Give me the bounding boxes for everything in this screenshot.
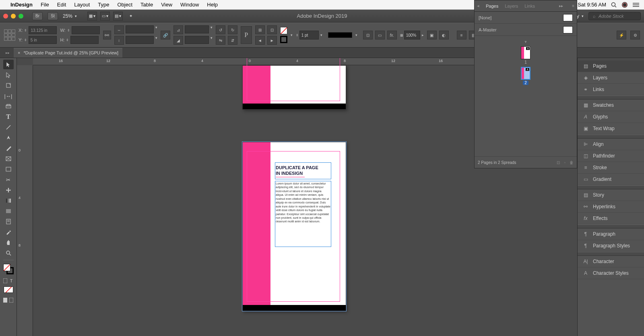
- master-a[interactable]: A-Master: [475, 24, 577, 36]
- siri-icon[interactable]: [621, 2, 628, 8]
- scale-x-input[interactable]: [126, 25, 154, 33]
- h-input[interactable]: [70, 36, 99, 44]
- fx-icon[interactable]: fx.: [387, 31, 397, 39]
- shear-input[interactable]: [185, 36, 209, 44]
- maximize-window[interactable]: [19, 14, 23, 19]
- menu-file[interactable]: File: [41, 2, 49, 8]
- wrap-none-icon[interactable]: ≡: [457, 31, 466, 39]
- normal-view-icon[interactable]: [3, 295, 8, 305]
- gpu-icon[interactable]: ✦: [126, 12, 136, 21]
- content-collector-tool[interactable]: [3, 102, 14, 111]
- panel-collapse-icon[interactable]: ◂: [477, 3, 479, 8]
- dock-textwrap[interactable]: ▣Text Wrap: [578, 123, 644, 135]
- stroke-weight-input[interactable]: [299, 31, 319, 39]
- menu-object[interactable]: Object: [118, 2, 133, 8]
- settings-icon[interactable]: ⚙: [630, 31, 640, 39]
- x-input[interactable]: [29, 26, 57, 34]
- dock-character[interactable]: A|Character: [578, 256, 644, 268]
- page-1[interactable]: [242, 65, 346, 110]
- gap-tool[interactable]: |↔|: [3, 91, 14, 101]
- spotlight-icon[interactable]: [611, 2, 617, 8]
- menu-help[interactable]: Help: [207, 2, 218, 8]
- p-icon[interactable]: P: [241, 26, 252, 44]
- drop-shadow-icon[interactable]: ▣: [427, 31, 437, 39]
- menu-extras-icon[interactable]: [633, 2, 639, 7]
- scale-y-input[interactable]: [126, 36, 154, 44]
- minimize-window[interactable]: [11, 14, 16, 19]
- select-container-icon[interactable]: ⊞: [255, 25, 265, 34]
- rectangle-frame-tool[interactable]: [3, 154, 14, 164]
- stroke-style[interactable]: [328, 32, 352, 38]
- view-options-icon[interactable]: ▦ ▾: [87, 12, 97, 21]
- document-tab[interactable]: × *Duplicate Page Tut.indd @ 25% [GPU Pr…: [14, 48, 122, 58]
- line-tool[interactable]: [3, 122, 14, 132]
- selection-tool[interactable]: [3, 60, 14, 69]
- y-input[interactable]: [29, 36, 57, 44]
- menu-type[interactable]: Type: [98, 2, 109, 8]
- note-tool[interactable]: [3, 217, 14, 226]
- menu-edit[interactable]: Edit: [57, 2, 66, 8]
- type-tool[interactable]: T: [3, 112, 14, 122]
- dock-paragraph-styles[interactable]: ¶Paragraph Styles: [578, 240, 644, 252]
- bridge-button[interactable]: Br: [32, 12, 43, 20]
- stroke-swatch[interactable]: [280, 36, 287, 43]
- page-thumb-1[interactable]: A 1: [521, 46, 530, 64]
- select-content-icon[interactable]: ⊡: [267, 25, 277, 34]
- adobe-stock-search[interactable]: ⌕ Adobe Stock: [588, 12, 641, 20]
- quick-apply-icon[interactable]: ⚡: [617, 31, 626, 39]
- arrange-documents-icon[interactable]: ▤ ▾: [113, 12, 123, 21]
- menu-app[interactable]: InDesign: [10, 2, 33, 8]
- eyedropper-tool[interactable]: [3, 227, 14, 237]
- reference-point[interactable]: [4, 29, 15, 41]
- shear-icon[interactable]: ◢: [173, 36, 183, 45]
- close-tab-icon[interactable]: ×: [18, 50, 20, 55]
- master-none[interactable]: [None]: [475, 12, 577, 24]
- free-transform-tool[interactable]: [3, 185, 14, 195]
- rotate-icon[interactable]: ⊿: [173, 25, 183, 34]
- pen-tool[interactable]: [3, 133, 14, 143]
- opacity-icon[interactable]: ◐: [439, 31, 449, 39]
- dock-story[interactable]: ▤Story: [578, 189, 644, 201]
- flip-v-icon[interactable]: ⇵: [228, 36, 237, 45]
- window-controls[interactable]: [3, 14, 23, 19]
- rotate-cw-icon[interactable]: ↻: [228, 25, 237, 34]
- formatting-container-icon[interactable]: [3, 278, 8, 284]
- w-input[interactable]: [72, 26, 100, 34]
- menu-table[interactable]: Table: [140, 2, 153, 8]
- stock-button[interactable]: St: [47, 12, 58, 20]
- dock-swatches[interactable]: ▦Swatches: [578, 100, 644, 111]
- menu-view[interactable]: View: [161, 2, 172, 8]
- menu-layout[interactable]: Layout: [74, 2, 90, 8]
- tab-links[interactable]: Links: [524, 4, 535, 8]
- new-page-icon[interactable]: ▫: [564, 160, 566, 165]
- default-fill-stroke[interactable]: [4, 286, 13, 293]
- dock-layers[interactable]: ◈Layers: [578, 72, 644, 84]
- panel-menu-icon[interactable]: ≡: [572, 4, 574, 8]
- page-thumb-2[interactable]: A 2: [521, 67, 530, 85]
- delete-page-icon[interactable]: 🗑: [570, 160, 574, 165]
- tab-pages[interactable]: Pages: [486, 4, 498, 8]
- gradient-feather-tool[interactable]: [3, 206, 14, 216]
- dock-stroke[interactable]: ≡Stroke: [578, 162, 644, 174]
- dock-align[interactable]: ⊫Align: [578, 139, 644, 150]
- fill-swatch[interactable]: [280, 27, 287, 34]
- select-prev-icon[interactable]: ◄: [255, 36, 265, 45]
- page-2[interactable]: DUPLICATE A PAGE IN INDESIGN Lorem ipsum…: [242, 142, 346, 311]
- panel-menu-chevrons[interactable]: ▸▸: [559, 4, 563, 8]
- dock-links[interactable]: ⚭Links: [578, 84, 644, 95]
- scale-x-icon[interactable]: ↔: [114, 25, 124, 34]
- opacity-input[interactable]: [404, 31, 420, 39]
- frame-fit-icon[interactable]: ▭: [375, 31, 385, 39]
- rectangle-tool[interactable]: [3, 164, 14, 174]
- flip-h-icon[interactable]: ⇋: [216, 36, 225, 45]
- auto-fit-icon[interactable]: ⊡: [363, 31, 373, 39]
- dock-glyphs[interactable]: AGlyphs: [578, 111, 644, 123]
- page-tool[interactable]: [3, 81, 14, 90]
- edit-page-size-icon[interactable]: ⊡: [557, 160, 560, 165]
- scale-y-icon[interactable]: ↕: [114, 36, 124, 45]
- close-window[interactable]: [3, 14, 8, 19]
- fill-stroke[interactable]: [3, 264, 14, 274]
- dock-effects[interactable]: fxEffects: [578, 213, 644, 224]
- dock-hyperlinks[interactable]: ⚯Hyperlinks: [578, 201, 644, 213]
- hand-tool[interactable]: [3, 238, 14, 247]
